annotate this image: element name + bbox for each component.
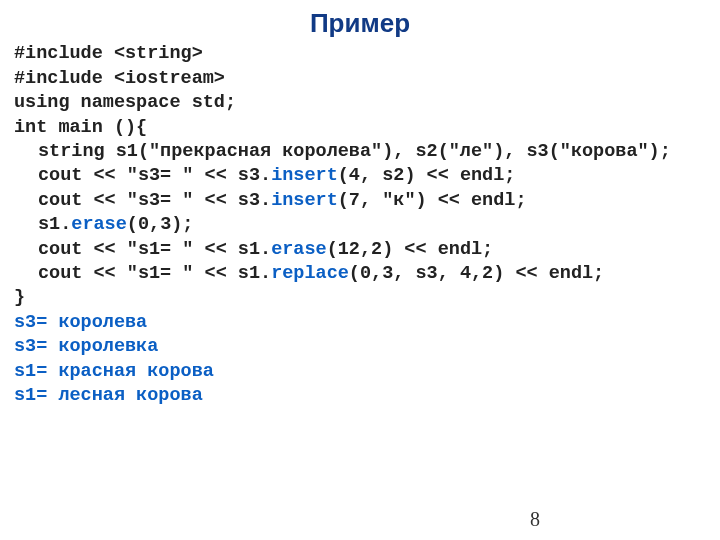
code-erase: s1.erase(0,3);	[38, 213, 706, 237]
code-cout3-suffix: (12,2) << endl;	[327, 239, 494, 260]
code-decl: string s1("прекрасная королева"), s2("ле…	[38, 140, 706, 164]
code-cout4: cout << "s1= " << s1.replace(0,3, s3, 4,…	[38, 262, 706, 286]
output-line-3: s1= красная корова	[14, 360, 706, 384]
code-method-insert: insert	[271, 165, 338, 186]
page-number: 8	[530, 506, 540, 532]
code-cout3-prefix: cout << "s1= " << s1.	[38, 239, 271, 260]
code-erase-prefix: s1.	[38, 214, 71, 235]
code-using-namespace: using namespace std;	[14, 91, 706, 115]
code-cout1: cout << "s3= " << s3.insert(4, s2) << en…	[38, 164, 706, 188]
code-cout4-prefix: cout << "s1= " << s1.	[38, 263, 271, 284]
code-method-replace: replace	[271, 263, 349, 284]
code-erase-suffix: (0,3);	[127, 214, 194, 235]
code-method-insert: insert	[271, 190, 338, 211]
code-cout4-suffix: (0,3, s3, 4,2) << endl;	[349, 263, 604, 284]
code-cout3: cout << "s1= " << s1.erase(12,2) << endl…	[38, 238, 706, 262]
code-method-erase: erase	[71, 214, 127, 235]
code-cout2: cout << "s3= " << s3.insert(7, "к") << e…	[38, 189, 706, 213]
code-include-string: #include <string>	[14, 42, 706, 66]
output-line-2: s3= королевка	[14, 335, 706, 359]
output-line-1: s3= королева	[14, 311, 706, 335]
code-cout1-suffix: (4, s2) << endl;	[338, 165, 516, 186]
output-line-4: s1= лесная корова	[14, 384, 706, 408]
code-block: #include <string> #include <iostream> us…	[0, 42, 720, 408]
code-cout1-prefix: cout << "s3= " << s3.	[38, 165, 271, 186]
code-cout2-prefix: cout << "s3= " << s3.	[38, 190, 271, 211]
slide-title: Пример	[0, 0, 720, 42]
code-method-erase: erase	[271, 239, 327, 260]
code-cout2-suffix: (7, "к") << endl;	[338, 190, 527, 211]
code-main-close: }	[14, 286, 706, 310]
code-include-iostream: #include <iostream>	[14, 67, 706, 91]
code-main-open: int main (){	[14, 116, 706, 140]
